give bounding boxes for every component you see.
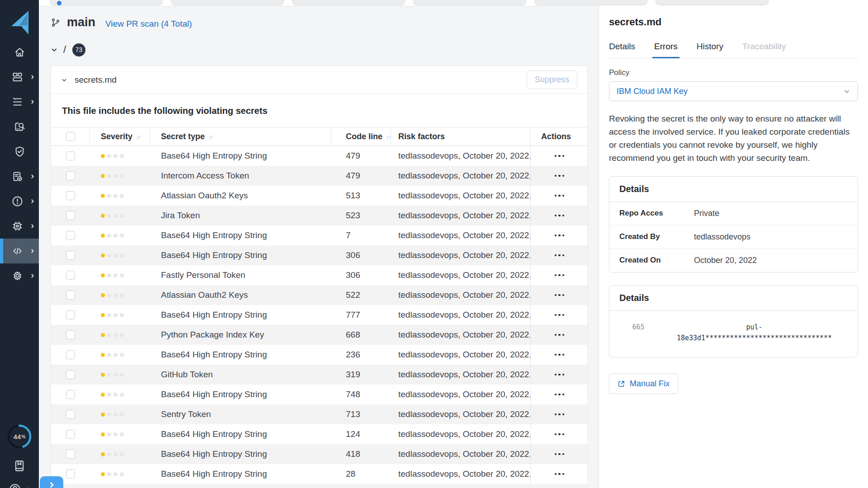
details-row-value: October 20, 2022 — [694, 256, 757, 265]
table-row[interactable]: Base64 High Entropy String 418 tedlassod… — [51, 444, 587, 464]
user-menu[interactable] — [8, 483, 31, 488]
sidebar-item-document-search[interactable] — [0, 114, 39, 139]
row-checkbox[interactable] — [66, 171, 75, 180]
row-actions-button[interactable] — [530, 404, 588, 424]
browser-tab[interactable] — [292, 0, 405, 5]
row-checkbox[interactable] — [66, 191, 75, 200]
tab-details[interactable]: Details — [609, 42, 635, 58]
select-all-checkbox[interactable] — [66, 132, 75, 141]
row-checkbox[interactable] — [66, 450, 75, 459]
row-checkbox[interactable] — [66, 390, 75, 399]
ellipsis-icon — [555, 354, 565, 356]
table-row[interactable]: Jira Token 523 tedlassodevops, October 2… — [51, 206, 587, 225]
table-row[interactable]: Python Package Index Key 668 tedlassodev… — [51, 325, 587, 345]
spectral-logo-icon[interactable] — [8, 9, 31, 36]
path-label: / — [63, 44, 66, 56]
row-actions-button[interactable] — [530, 305, 588, 325]
severity-indicator — [101, 432, 150, 436]
sidebar-item-checklist[interactable] — [0, 89, 39, 114]
table-row[interactable]: Base64 High Entropy String 7 tedlassodev… — [51, 225, 587, 245]
table-row[interactable]: Base64 High Entropy String 479 tedlassod… — [51, 146, 587, 166]
sidebar-item-document-check[interactable] — [0, 164, 39, 189]
row-checkbox[interactable] — [66, 151, 75, 160]
details-row-value: Private — [694, 209, 719, 218]
secret-type: Base64 High Entropy String — [150, 310, 331, 320]
row-actions-button[interactable] — [530, 245, 588, 265]
column-header-severity[interactable]: Severity↓↑ — [90, 127, 150, 145]
row-checkbox[interactable] — [66, 370, 75, 379]
table-row[interactable]: Base64 High Entropy String 777 tedlassod… — [51, 305, 587, 325]
row-checkbox[interactable] — [66, 291, 75, 300]
book-icon[interactable] — [13, 459, 26, 473]
row-checkbox[interactable] — [66, 330, 75, 339]
code-secret-value: pul- 18e33d1****************************… — [659, 322, 849, 343]
table-row[interactable]: Base64 High Entropy String 28 tedlassode… — [51, 464, 587, 484]
sort-icon[interactable]: ↓↑ — [136, 133, 140, 140]
table-row[interactable]: Sentry Token 713 tedlassodevops, October… — [51, 404, 587, 424]
sidebar-item-dashboard[interactable] — [0, 65, 39, 89]
sidebar-item-home[interactable] — [0, 40, 39, 65]
row-actions-button[interactable] — [530, 424, 588, 444]
table-row[interactable]: Atlassian Oauth2 Keys 513 tedlassodevops… — [51, 186, 587, 206]
column-header-secret-type[interactable]: Secret type↓↑ — [150, 127, 331, 145]
chevron-down-icon[interactable] — [51, 46, 58, 53]
row-checkbox[interactable] — [66, 410, 75, 419]
row-checkbox[interactable] — [66, 271, 75, 280]
suppress-button[interactable]: Suppress — [527, 70, 577, 89]
row-actions-button[interactable] — [530, 385, 588, 404]
sidebar-item-cpu[interactable] — [0, 214, 39, 239]
policy-dropdown[interactable]: IBM Cloud IAM Key — [609, 81, 858, 101]
row-actions-button[interactable] — [530, 146, 588, 166]
column-header-checkbox — [51, 127, 90, 145]
violations-heading: This file includes the following violati… — [51, 106, 587, 116]
browser-tab[interactable] — [413, 0, 526, 5]
table-row[interactable]: GitHub Token 319 tedlassodevops, October… — [51, 365, 587, 385]
sidebar-item-code[interactable] — [0, 239, 39, 263]
row-checkbox[interactable] — [66, 430, 75, 439]
row-checkbox[interactable] — [66, 251, 75, 260]
column-header-code-line[interactable]: Code line↓↑ — [331, 127, 391, 145]
row-actions-button[interactable] — [530, 206, 588, 225]
details-panel: secrets.md DetailsErrorsHistoryTraceabil… — [599, 0, 868, 488]
tab-errors[interactable]: Errors — [654, 42, 678, 58]
sidebar-expand-button[interactable] — [40, 476, 63, 488]
table-row[interactable]: Base64 High Entropy String 306 tedlassod… — [51, 245, 587, 265]
browser-tab[interactable] — [656, 0, 769, 5]
row-checkbox[interactable] — [66, 469, 75, 479]
row-actions-button[interactable] — [530, 365, 588, 385]
tab-traceability[interactable]: Traceability — [742, 42, 786, 58]
browser-tab[interactable] — [50, 0, 163, 5]
manual-fix-button[interactable]: Manual Fix — [609, 374, 678, 394]
chevron-down-icon[interactable] — [61, 77, 67, 83]
row-actions-button[interactable] — [530, 265, 588, 285]
policy-label: Policy — [609, 68, 858, 77]
row-actions-button[interactable] — [530, 464, 588, 484]
table-row[interactable]: Base64 High Entropy String 748 tedlassod… — [51, 385, 587, 404]
sort-icon[interactable]: ↓↑ — [208, 133, 212, 140]
table-row[interactable]: Fastly Personal Token 306 tedlassodevops… — [51, 265, 587, 285]
sidebar-item-shield-check[interactable] — [0, 139, 39, 164]
row-actions-button[interactable] — [530, 186, 588, 206]
row-actions-button[interactable] — [530, 345, 588, 365]
row-actions-button[interactable] — [530, 225, 588, 245]
row-actions-button[interactable] — [530, 285, 588, 305]
browser-tab[interactable] — [171, 0, 284, 5]
tab-history[interactable]: History — [697, 42, 723, 58]
sidebar-item-settings[interactable] — [0, 263, 39, 288]
sidebar-item-alert[interactable] — [0, 189, 39, 214]
row-actions-button[interactable] — [530, 325, 588, 345]
sort-icon[interactable]: ↓↑ — [386, 133, 390, 140]
table-row[interactable]: Atlassian Oauth2 Keys 522 tedlassodevops… — [51, 285, 587, 305]
table-row[interactable]: Base64 High Entropy String 124 tedlassod… — [51, 424, 587, 444]
view-pr-scan-link[interactable]: View PR scan (4 Total) — [105, 19, 192, 29]
row-checkbox[interactable] — [66, 350, 75, 359]
row-actions-button[interactable] — [530, 444, 588, 464]
row-checkbox[interactable] — [66, 310, 75, 319]
row-checkbox[interactable] — [66, 231, 75, 240]
browser-tab[interactable] — [534, 0, 647, 5]
row-checkbox[interactable] — [66, 211, 75, 220]
table-row[interactable]: Intercom Access Token 479 tedlassodevops… — [51, 166, 587, 186]
ellipsis-icon — [555, 433, 565, 436]
table-row[interactable]: Base64 High Entropy String 236 tedlassod… — [51, 345, 587, 365]
row-actions-button[interactable] — [530, 166, 588, 186]
